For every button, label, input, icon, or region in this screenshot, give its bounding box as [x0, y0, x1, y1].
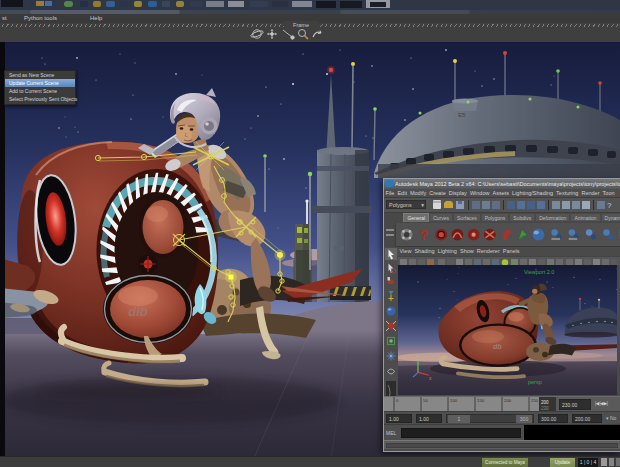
svg-text:?: ? [420, 227, 429, 243]
svg-text:Viewport 2.0: Viewport 2.0 [524, 270, 554, 276]
svg-text:dlb: dlb [128, 304, 148, 319]
svg-text:50: 50 [423, 398, 428, 403]
svg-text:?: ? [607, 201, 612, 210]
svg-text:250: 250 [531, 398, 539, 403]
svg-text:200: 200 [541, 400, 549, 405]
svg-text:E5: E5 [458, 112, 466, 118]
svg-text:persp: persp [528, 379, 542, 385]
svg-text:150: 150 [477, 398, 485, 403]
svg-text:200: 200 [504, 398, 512, 403]
svg-text:db: db [493, 343, 502, 350]
svg-text:100: 100 [450, 398, 458, 403]
